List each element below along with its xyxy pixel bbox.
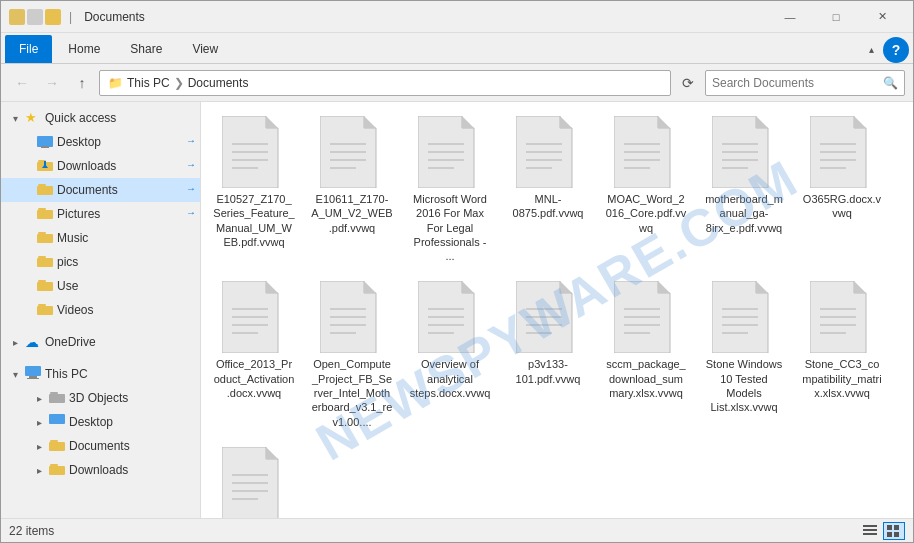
- file-icon: [516, 281, 580, 353]
- file-item[interactable]: E10611_Z170-A_UM_V2_WEB.pdf.vvwq: [307, 110, 397, 267]
- svg-marker-107: [854, 281, 866, 293]
- file-name: p3v133-101.pdf.vvwq: [507, 357, 589, 386]
- svg-rect-16: [38, 304, 46, 306]
- title-icon-1: [9, 9, 25, 25]
- file-name: Microsoft Word 2016 For Max For Legal Pr…: [409, 192, 491, 263]
- sidebar-onedrive[interactable]: ▸ ☁ OneDrive: [1, 330, 200, 354]
- sidebar-desktop-pc[interactable]: ▸ Desktop: [1, 410, 200, 434]
- tab-file[interactable]: File: [5, 35, 52, 63]
- ribbon-collapse-icon[interactable]: ▴: [861, 35, 881, 63]
- file-item[interactable]: Microsoft Word 2016 For Max For Legal Pr…: [405, 110, 495, 267]
- close-button[interactable]: ✕: [859, 1, 905, 33]
- sidebar-use-label: Use: [57, 279, 200, 293]
- sidebar-item-documents[interactable]: Documents →: [1, 178, 200, 202]
- sidebar-item-pics[interactable]: pics: [1, 250, 200, 274]
- file-item[interactable]: Overview of analytical steps.docx.vvwq: [405, 275, 495, 432]
- window-title: Documents: [84, 10, 767, 24]
- onedrive-section: ▸ ☁ OneDrive: [1, 326, 200, 358]
- list-view-button[interactable]: [859, 522, 881, 540]
- back-button[interactable]: ←: [9, 70, 35, 96]
- minimize-button[interactable]: —: [767, 1, 813, 33]
- svg-rect-120: [863, 533, 877, 535]
- ribbon-tabs: File Home Share View ▴ ?: [1, 33, 913, 63]
- file-item[interactable]: sccm_package_download_summary.xlsx.vvwq: [601, 275, 691, 432]
- file-name: motherboard_manual_ga-8irx_e.pdf.vvwq: [703, 192, 785, 235]
- file-icon: [222, 447, 286, 518]
- title-icon-2: [27, 9, 43, 25]
- file-item[interactable]: Stone Windows 10 Tested Models List.xlsx…: [699, 275, 789, 432]
- sidebar-item-use[interactable]: Use: [1, 274, 200, 298]
- file-item[interactable]: User Manual IV32.pdf.vvwq: [209, 441, 299, 518]
- this-pc-section: ▾ This PC ▸ 3D Objects ▸: [1, 358, 200, 486]
- help-button[interactable]: ?: [883, 37, 909, 63]
- grid-view-button[interactable]: [883, 522, 905, 540]
- svg-rect-17: [37, 306, 53, 315]
- search-input[interactable]: [712, 76, 879, 90]
- svg-rect-118: [863, 525, 877, 527]
- window-controls: — □ ✕: [767, 1, 905, 33]
- up-button[interactable]: ↑: [69, 70, 95, 96]
- sidebar-item-music[interactable]: Music: [1, 226, 200, 250]
- sidebar-this-pc[interactable]: ▾ This PC: [1, 362, 200, 386]
- path-this-pc: This PC: [127, 76, 170, 90]
- file-item[interactable]: E10527_Z170_Series_Feature_Manual_UM_WEB…: [209, 110, 299, 267]
- search-box[interactable]: 🔍: [705, 70, 905, 96]
- ribbon: File Home Share View ▴ ?: [1, 33, 913, 64]
- sidebar-downloads-pc[interactable]: ▸ Downloads: [1, 458, 200, 482]
- maximize-button[interactable]: □: [813, 1, 859, 33]
- file-name: sccm_package_download_summary.xlsx.vvwq: [605, 357, 687, 400]
- tab-view[interactable]: View: [178, 35, 232, 63]
- forward-button[interactable]: →: [39, 70, 65, 96]
- sidebar-item-pictures[interactable]: Pictures →: [1, 202, 200, 226]
- svg-rect-21: [50, 392, 58, 394]
- file-icon: [516, 116, 580, 188]
- svg-marker-53: [658, 116, 670, 128]
- file-icon: [614, 116, 678, 188]
- file-name: MNL-0875.pdf.vvwq: [507, 192, 589, 221]
- file-item[interactable]: Open_Compute_Project_FB_Server_Intel_Mot…: [307, 275, 397, 432]
- sidebar-documents-pc[interactable]: ▸ Documents: [1, 434, 200, 458]
- file-item[interactable]: MOAC_Word_2016_Core.pdf.vvwq: [601, 110, 691, 267]
- file-item[interactable]: p3v133-101.pdf.vvwq: [503, 275, 593, 432]
- path-documents: Documents: [188, 76, 249, 90]
- file-item[interactable]: motherboard_manual_ga-8irx_e.pdf.vvwq: [699, 110, 789, 267]
- main-area: ▾ ★ Quick access Desktop →: [1, 102, 913, 518]
- file-icon: [712, 116, 776, 188]
- file-item[interactable]: Office_2013_Product_Activation.docx.vvwq: [209, 275, 299, 432]
- svg-rect-119: [863, 529, 877, 531]
- svg-rect-7: [37, 186, 53, 195]
- quick-access-label: Quick access: [45, 111, 200, 125]
- svg-rect-9: [37, 210, 53, 219]
- sidebar-pics-label: pics: [57, 255, 200, 269]
- svg-marker-47: [560, 116, 572, 128]
- file-icon: [810, 116, 874, 188]
- svg-rect-11: [37, 234, 53, 243]
- sidebar-3d-objects-label: 3D Objects: [69, 391, 200, 405]
- file-item[interactable]: Stone_CC3_compatibility_matrix.xlsx.vvwq: [797, 275, 887, 432]
- sidebar-item-downloads[interactable]: Downloads →: [1, 154, 200, 178]
- file-icon: [614, 281, 678, 353]
- sidebar-music-label: Music: [57, 231, 200, 245]
- title-bar-icons: |: [9, 9, 76, 25]
- refresh-button[interactable]: ⟳: [675, 70, 701, 96]
- expand-arrow-icon: ▾: [9, 113, 21, 124]
- sidebar-3d-objects[interactable]: ▸ 3D Objects: [1, 386, 200, 410]
- file-item[interactable]: O365RG.docx.vvwq: [797, 110, 887, 267]
- sidebar-quick-access[interactable]: ▾ ★ Quick access: [1, 106, 200, 130]
- sidebar-item-desktop[interactable]: Desktop →: [1, 130, 200, 154]
- file-name: Open_Compute_Project_FB_Server_Intel_Mot…: [311, 357, 393, 428]
- sidebar-item-videos[interactable]: Videos: [1, 298, 200, 322]
- sidebar: ▾ ★ Quick access Desktop →: [1, 102, 201, 518]
- tab-share[interactable]: Share: [116, 35, 176, 63]
- pin-icon-documents: →: [186, 183, 200, 197]
- file-name: O365RG.docx.vvwq: [801, 192, 883, 221]
- tab-home[interactable]: Home: [54, 35, 114, 63]
- file-item[interactable]: MNL-0875.pdf.vvwq: [503, 110, 593, 267]
- pin-icon-pictures: →: [186, 207, 200, 221]
- sidebar-desktop-pc-label: Desktop: [69, 415, 200, 429]
- address-path[interactable]: 📁 This PC ❯ Documents: [99, 70, 671, 96]
- pin-icon: →: [186, 135, 200, 149]
- path-recent-icon: 📁: [108, 76, 123, 90]
- svg-marker-89: [560, 281, 572, 293]
- svg-marker-41: [462, 116, 474, 128]
